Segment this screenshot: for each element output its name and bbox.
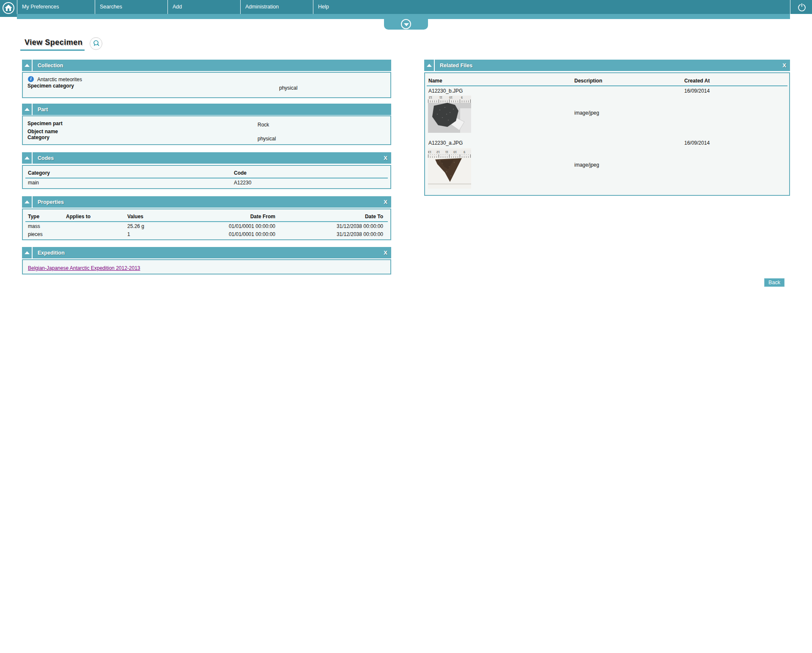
collapse-button[interactable] bbox=[22, 247, 33, 258]
collapse-button[interactable] bbox=[22, 152, 33, 164]
collapse-up-icon bbox=[25, 251, 30, 254]
file-thumbnail[interactable]: 13 12 11 10 9 bbox=[428, 148, 471, 190]
column-header: Category bbox=[28, 170, 50, 176]
column-header: Type bbox=[28, 214, 39, 219]
collapse-up-icon bbox=[25, 108, 30, 111]
column-header: Name bbox=[428, 78, 442, 84]
table-header-divider bbox=[25, 178, 388, 178]
page: My Preferences Searches Add Administrati… bbox=[0, 0, 812, 653]
property-dateto-cell: 31/12/2038 00:00:00 bbox=[337, 223, 383, 229]
expedition-panel-header: Expedition X bbox=[22, 247, 391, 258]
property-dateto-cell: 31/12/2038 00:00:00 bbox=[337, 231, 383, 237]
column-header: Description bbox=[574, 78, 602, 84]
table-header-divider bbox=[25, 221, 388, 222]
collapse-button[interactable] bbox=[22, 196, 33, 208]
svg-text:12: 12 bbox=[429, 96, 432, 99]
svg-text:9: 9 bbox=[461, 96, 463, 99]
file-created-at: 16/09/2014 bbox=[684, 140, 710, 146]
field-value: Rock bbox=[258, 122, 269, 128]
property-type-cell: mass bbox=[28, 223, 40, 229]
panel-title: Part bbox=[38, 107, 48, 112]
collection-panel: Collection i Antarctic meteorites Specim… bbox=[22, 60, 391, 98]
column-header: Date To bbox=[365, 214, 383, 219]
close-icon[interactable]: X bbox=[384, 199, 387, 205]
home-button[interactable] bbox=[0, 0, 17, 17]
collapse-button[interactable] bbox=[424, 60, 435, 71]
column-header: Date From bbox=[250, 214, 275, 219]
codes-panel-body: Category Code main A12230 bbox=[22, 165, 391, 189]
field-label: Specimen part bbox=[27, 121, 63, 126]
codes-panel: Codes X Category Code main A12230 bbox=[22, 152, 391, 189]
field-value: physical bbox=[279, 85, 297, 91]
collapse-up-icon bbox=[25, 156, 30, 159]
back-button[interactable]: Back bbox=[764, 278, 785, 287]
column-header: Created At bbox=[684, 78, 710, 84]
top-navigation-bar: My Preferences Searches Add Administrati… bbox=[0, 0, 812, 14]
property-values-cell: 25.26 g bbox=[127, 223, 144, 229]
properties-panel-header: Properties X bbox=[22, 196, 391, 208]
collapse-all-tab[interactable] bbox=[384, 19, 428, 30]
logout-button[interactable] bbox=[790, 0, 812, 14]
page-title: View Specimen bbox=[25, 38, 82, 47]
related-files-panel-body: Name Description Created At A12230_b.JPG… bbox=[424, 72, 790, 196]
file-name: A12230_a.JPG bbox=[428, 140, 463, 146]
nav-item-help[interactable]: Help bbox=[313, 0, 386, 14]
nav-item-searches[interactable]: Searches bbox=[95, 0, 167, 14]
svg-text:10: 10 bbox=[449, 96, 453, 99]
column-header: Values bbox=[127, 214, 143, 219]
collapse-up-icon bbox=[25, 200, 30, 203]
collapse-button[interactable] bbox=[22, 104, 33, 115]
close-icon[interactable]: X bbox=[782, 62, 786, 69]
svg-text:9: 9 bbox=[464, 151, 465, 154]
page-title-underline bbox=[20, 49, 85, 51]
property-values-cell: 1 bbox=[127, 231, 130, 237]
collection-panel-body: i Antarctic meteorites Specimen category… bbox=[22, 72, 391, 98]
panel-title: Properties bbox=[38, 199, 64, 205]
file-description: image/jpeg bbox=[574, 162, 599, 168]
field-label: Category bbox=[27, 134, 49, 140]
svg-text:11: 11 bbox=[439, 96, 442, 99]
code-value-cell: A12230 bbox=[234, 180, 251, 186]
collapse-up-icon bbox=[427, 64, 432, 67]
codes-panel-header: Codes X bbox=[22, 152, 391, 164]
svg-text:10: 10 bbox=[453, 151, 457, 154]
nav-item-administration[interactable]: Administration bbox=[240, 0, 313, 14]
nav-item-my-preferences[interactable]: My Preferences bbox=[17, 0, 95, 14]
collapse-button[interactable] bbox=[22, 60, 33, 71]
related-files-panel-header: Related Files X bbox=[424, 60, 790, 71]
file-description: image/jpeg bbox=[574, 110, 599, 116]
collection-panel-header: Collection bbox=[22, 60, 391, 71]
field-value: physical bbox=[258, 136, 276, 142]
column-header: Applies to bbox=[66, 214, 91, 219]
panel-title: Collection bbox=[38, 63, 63, 69]
file-name: A12230_b.JPG bbox=[428, 88, 463, 94]
part-panel-header: Part bbox=[22, 104, 391, 115]
close-icon[interactable]: X bbox=[384, 250, 387, 256]
part-panel-body: Specimen part Rock Object name Category … bbox=[22, 115, 391, 145]
search-specimen-button[interactable] bbox=[90, 37, 102, 50]
expedition-link[interactable]: Belgian-Japanese Antarctic Expedition 20… bbox=[28, 265, 140, 271]
part-panel: Part Specimen part Rock Object name Cate… bbox=[22, 104, 391, 145]
expedition-panel: Expedition X Belgian-Japanese Antarctic … bbox=[22, 247, 391, 274]
field-label: Object name bbox=[27, 129, 58, 134]
panel-title: Related Files bbox=[440, 63, 472, 69]
properties-panel-body: Type Applies to Values Date From Date To… bbox=[22, 209, 391, 240]
panel-title: Codes bbox=[38, 155, 54, 161]
info-icon[interactable]: i bbox=[28, 76, 34, 82]
file-thumbnail[interactable]: 12 11 10 9 bbox=[428, 96, 471, 134]
collapse-up-icon bbox=[25, 64, 30, 67]
svg-text:12: 12 bbox=[436, 151, 440, 154]
property-datefrom-cell: 01/01/0001 00:00:00 bbox=[229, 223, 275, 229]
file-created-at: 16/09/2014 bbox=[684, 88, 710, 94]
properties-panel: Properties X Type Applies to Values Date… bbox=[22, 196, 391, 240]
nav-item-add[interactable]: Add bbox=[167, 0, 240, 14]
expedition-panel-body: Belgian-Japanese Antarctic Expedition 20… bbox=[22, 259, 391, 274]
close-icon[interactable]: X bbox=[384, 155, 387, 161]
property-type-cell: pieces bbox=[28, 231, 43, 237]
chevron-down-icon bbox=[401, 19, 411, 29]
svg-text:11: 11 bbox=[445, 151, 448, 154]
column-header: Code bbox=[234, 170, 247, 176]
related-files-panel: Related Files X Name Description Created… bbox=[424, 60, 790, 196]
collection-name: Antarctic meteorites bbox=[37, 77, 82, 82]
field-label: Specimen category bbox=[27, 83, 74, 89]
